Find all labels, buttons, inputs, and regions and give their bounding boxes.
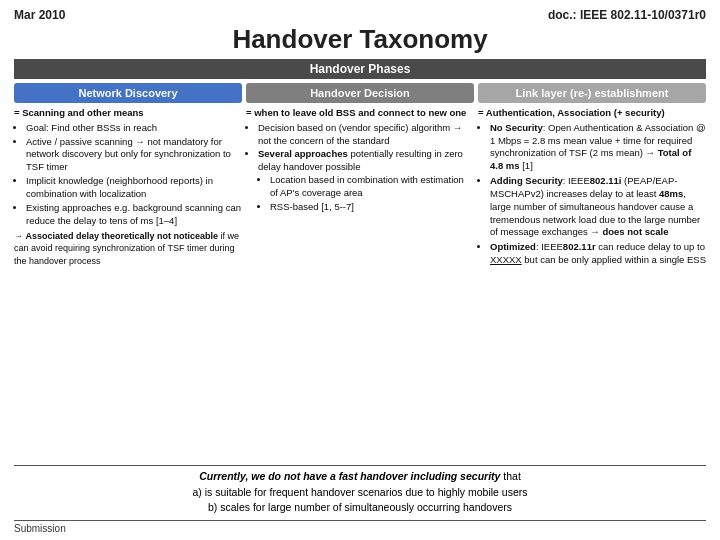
list-item: Several approaches potentially resulting… (258, 148, 474, 213)
col2-sublist: Location based in combination with estim… (258, 174, 474, 213)
submission-label: Submission (14, 523, 66, 534)
list-item: RSS-based [1, 5--7] (270, 201, 474, 214)
bottom-rest: that (500, 470, 520, 482)
col-link-layer: = Authentication, Association (+ securit… (478, 107, 706, 461)
list-item: Existing approaches e.g. background scan… (26, 202, 242, 228)
main-title: Handover Taxonomy (14, 24, 706, 55)
bottom-bold: Currently, we do not have a fast handove… (199, 470, 500, 482)
list-item: Optimized: IEEE802.11r can reduce delay … (490, 241, 706, 267)
columns-body: = Scanning and other means Goal: Find ot… (14, 107, 706, 461)
col-header-link-layer: Link layer (re-) establishment (478, 83, 706, 103)
col-network-discovery: = Scanning and other means Goal: Find ot… (14, 107, 242, 461)
list-item: Implicit knowledge (neighborhood reports… (26, 175, 242, 201)
col-header-network-discovery: Network Discovery (14, 83, 242, 103)
top-bar: Mar 2010 doc.: IEEE 802.11-10/0371r0 (14, 8, 706, 22)
col2-list: Decision based on (vendor specific) algo… (246, 122, 474, 214)
list-item: Decision based on (vendor specific) algo… (258, 122, 474, 148)
col1-list: Goal: Find other BSSs in reach Active / … (14, 122, 242, 228)
col1-intro: = Scanning and other means (14, 107, 242, 120)
bottom-text: Currently, we do not have a fast handove… (14, 469, 706, 516)
col-handover-decision: = when to leave old BSS and connect to n… (246, 107, 474, 461)
col2-intro: = when to leave old BSS and connect to n… (246, 107, 474, 120)
col-header-handover-decision: Handover Decision (246, 83, 474, 103)
list-item: Goal: Find other BSSs in reach (26, 122, 242, 135)
bottom-section: Currently, we do not have a fast handove… (14, 465, 706, 516)
list-item: No Security: Open Authentication & Assoc… (490, 122, 706, 173)
col3-intro: = Authentication, Association (+ securit… (478, 107, 706, 120)
list-item: Location based in combination with estim… (270, 174, 474, 200)
bottom-line3: b) scales for large number of simultaneo… (208, 501, 512, 513)
header-right: doc.: IEEE 802.11-10/0371r0 (548, 8, 706, 22)
submission-bar: Submission (14, 520, 706, 534)
header-left: Mar 2010 (14, 8, 65, 22)
columns-header: Network Discovery Handover Decision Link… (14, 83, 706, 103)
page: Mar 2010 doc.: IEEE 802.11-10/0371r0 Han… (0, 0, 720, 540)
phases-bar: Handover Phases (14, 59, 706, 79)
bottom-line2: a) is suitable for frequent handover sce… (192, 486, 527, 498)
list-item: Adding Security: IEEE802.11i (PEAP/EAP-M… (490, 175, 706, 239)
list-item: Active / passive scanning → not mandator… (26, 136, 242, 174)
col1-conclusion: → Associated delay theoretically not not… (14, 230, 242, 266)
col3-list: No Security: Open Authentication & Assoc… (478, 122, 706, 267)
